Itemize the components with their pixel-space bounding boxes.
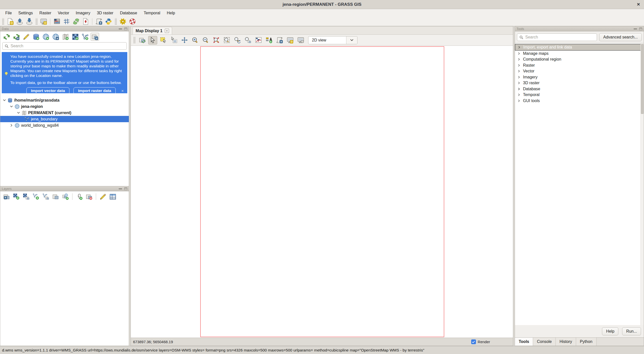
add-raster-icon[interactable] xyxy=(12,193,21,201)
edit-mode-icon[interactable] xyxy=(22,33,30,41)
tools-tree-item-vector[interactable]: Vector xyxy=(515,68,644,74)
reload-mapset-icon[interactable] xyxy=(12,33,21,41)
chevron-right-icon[interactable] xyxy=(517,81,520,84)
chevron-right-icon[interactable] xyxy=(10,124,13,127)
chevron-down-icon[interactable] xyxy=(10,105,13,108)
advanced-search-button[interactable]: Advanced search... xyxy=(599,33,642,41)
analyze-map-icon[interactable] xyxy=(254,36,263,45)
save-workspace-icon[interactable] xyxy=(25,18,33,26)
cartographic-composer-icon[interactable] xyxy=(81,18,90,26)
help-button[interactable]: Help xyxy=(602,327,618,335)
tree-item-permanent-mapset[interactable]: PERMANENT (current) xyxy=(0,110,129,116)
menu-imagery[interactable]: Imagery xyxy=(72,10,94,16)
menu-settings[interactable]: Settings xyxy=(15,10,36,16)
zoom-options-icon[interactable] xyxy=(243,36,252,45)
data-search-box[interactable] xyxy=(2,42,127,50)
help-icon[interactable] xyxy=(128,18,137,26)
data-search-input[interactable] xyxy=(11,44,125,48)
notification-close-icon[interactable]: × xyxy=(121,88,124,94)
map-display-close-icon[interactable]: × xyxy=(165,29,169,33)
tab-console[interactable]: Console xyxy=(533,338,556,346)
map-canvas[interactable] xyxy=(131,46,513,338)
pan-icon[interactable] xyxy=(180,36,189,45)
view-mode-dropdown[interactable]: 2D view xyxy=(308,36,357,44)
import-raster-data-button[interactable]: Import raster data xyxy=(73,87,116,95)
tools-tree-item-gui-tools[interactable]: GUI tools xyxy=(515,98,644,104)
new-map-display-icon[interactable] xyxy=(39,18,48,26)
menu-vector[interactable]: Vector xyxy=(55,10,72,16)
menu-file[interactable]: File xyxy=(2,10,15,16)
refresh-tree-icon[interactable] xyxy=(2,33,11,41)
select-features-icon[interactable] xyxy=(159,36,168,45)
maximize-panel-icon[interactable] xyxy=(124,28,127,30)
tree-item-jena-boundary[interactable]: jena_boundary xyxy=(0,116,129,122)
add-various-vector-icon[interactable] xyxy=(42,193,50,201)
save-display-icon[interactable] xyxy=(275,36,284,45)
import-raster-icon[interactable] xyxy=(71,33,79,41)
chevron-right-icon[interactable] xyxy=(517,87,520,91)
menu-3d-raster[interactable]: 3D raster xyxy=(94,10,117,16)
settings-icon[interactable] xyxy=(118,18,127,26)
tools-tree-item-computational-region[interactable]: Computational region xyxy=(515,57,644,63)
tools-tree-item-imagery[interactable]: Imagery xyxy=(515,74,644,80)
zoom-back-icon[interactable] xyxy=(233,36,242,45)
menu-help[interactable]: Help xyxy=(164,10,178,16)
add-various-raster-icon[interactable] xyxy=(22,193,30,201)
chevron-down-icon[interactable] xyxy=(17,111,20,114)
tools-tree-item-manage-maps[interactable]: Manage maps xyxy=(515,51,644,57)
chevron-down-icon[interactable] xyxy=(346,36,357,44)
tab-tools[interactable]: Tools xyxy=(515,338,533,346)
raster-calculator-icon[interactable] xyxy=(53,18,61,26)
minimize-panel-icon[interactable] xyxy=(119,28,122,29)
query-icon[interactable] xyxy=(169,36,178,45)
window-close-icon[interactable]: × xyxy=(637,1,640,7)
add-grass-database-icon[interactable] xyxy=(32,33,40,41)
tools-tree-item-database[interactable]: Database xyxy=(515,86,644,92)
tools-scrollbar[interactable] xyxy=(640,43,644,325)
zoom-out-icon[interactable] xyxy=(201,36,210,45)
add-various-overlays-icon[interactable] xyxy=(51,193,60,201)
map-display-settings-icon[interactable] xyxy=(286,36,295,45)
chevron-right-icon[interactable] xyxy=(517,76,520,79)
zoom-in-icon[interactable] xyxy=(190,36,199,45)
tree-item-world-latlong[interactable]: world_latlong_wgs84 xyxy=(0,122,129,128)
import-vector-data-button[interactable]: Import vector data xyxy=(26,87,69,95)
maximize-panel-icon[interactable] xyxy=(639,28,642,30)
graphical-modeler-icon[interactable] xyxy=(72,18,80,26)
add-group-icon[interactable] xyxy=(75,193,84,201)
maximize-panel-icon[interactable] xyxy=(124,188,127,190)
tools-panel-caption[interactable]: Tools xyxy=(515,26,644,31)
pointer-icon[interactable] xyxy=(148,36,157,45)
user-script-icon[interactable] xyxy=(95,18,103,26)
create-location-icon[interactable] xyxy=(42,33,50,41)
python-console-icon[interactable] xyxy=(104,18,113,26)
chevron-right-icon[interactable] xyxy=(517,70,520,73)
remove-layer-icon[interactable] xyxy=(85,193,93,201)
toolbar-grip[interactable] xyxy=(133,37,135,44)
tools-tree-item-import-export[interactable]: Import, export and link data xyxy=(515,44,644,51)
minimize-panel-icon[interactable] xyxy=(119,188,122,189)
add-multiple-layers-icon[interactable] xyxy=(2,193,11,201)
tools-tree-item-3d-raster[interactable]: 3D raster xyxy=(515,80,644,86)
new-workspace-icon[interactable] xyxy=(6,18,14,26)
chevron-right-icon[interactable] xyxy=(517,93,520,96)
chevron-right-icon[interactable] xyxy=(518,46,521,49)
zoom-region-icon[interactable] xyxy=(222,36,231,45)
tools-tree-item-temporal[interactable]: Temporal xyxy=(515,92,644,98)
tools-search-input[interactable] xyxy=(525,35,595,39)
tools-search-box[interactable] xyxy=(517,33,597,41)
minimize-panel-icon[interactable] xyxy=(634,28,637,29)
toolbar-grip[interactable] xyxy=(35,18,37,25)
toolbar-grip[interactable] xyxy=(2,18,4,25)
menu-temporal[interactable]: Temporal xyxy=(140,10,164,16)
tools-tree-item-raster[interactable]: Raster xyxy=(515,62,644,68)
tree-item-grassdata[interactable]: /home/martin/grassdata xyxy=(0,97,129,103)
import-vector-icon[interactable] xyxy=(81,33,89,41)
tab-history[interactable]: History xyxy=(556,338,576,346)
add-vector-icon[interactable] xyxy=(32,193,40,201)
tab-python[interactable]: Python xyxy=(576,338,596,346)
menu-raster[interactable]: Raster xyxy=(36,10,55,16)
toolbar-grip[interactable] xyxy=(114,18,117,25)
zoom-extent-icon[interactable] xyxy=(212,36,221,45)
menu-database[interactable]: Database xyxy=(117,10,141,16)
